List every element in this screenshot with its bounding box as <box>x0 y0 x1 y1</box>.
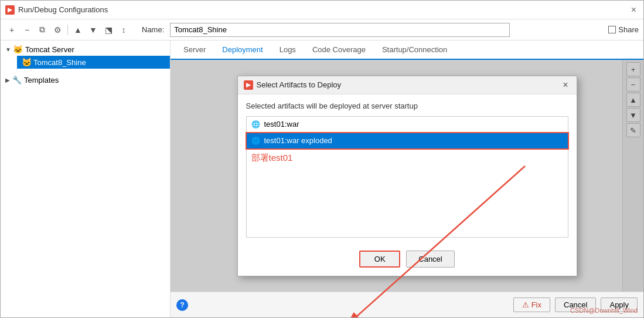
artifact-exploded-label: test01:war exploded <box>264 136 332 145</box>
artifact-item-war[interactable]: 🌐 test01:war <box>247 117 568 132</box>
sidebar-item-tomcat-label: Tomcat Server <box>25 45 74 54</box>
artifact-list: 🌐 test01:war 🌐 test01:war exploded <box>246 116 568 238</box>
wrench-icon: 🔧 <box>12 75 22 84</box>
share-area: Share <box>608 25 639 34</box>
artifact-exploded-icon: 🌐 <box>251 136 261 146</box>
modal-overlay: ▶ Select Artifacts to Deploy × Selected … <box>171 60 643 292</box>
artifact-item-deploy[interactable]: 部署test01 <box>247 150 568 167</box>
artifact-war-icon: 🌐 <box>251 120 261 129</box>
window-close-button[interactable]: × <box>629 5 639 15</box>
name-label: Name: <box>142 25 164 34</box>
modal-ok-button[interactable]: OK <box>359 251 400 268</box>
tab-deployment[interactable]: Deployment <box>214 40 271 60</box>
sidebar-group-templates: ▶ 🔧 Templates <box>1 71 170 89</box>
tab-code-coverage[interactable]: Code Coverage <box>304 40 374 60</box>
templates-arrow-icon: ▶ <box>5 77 10 83</box>
watermark: CSDN@Downhill_Wind <box>570 307 638 314</box>
remove-config-button[interactable]: − <box>21 23 33 36</box>
tab-content: + − ▲ ▼ ✎ ▶ Select Artifacts to Deploy × <box>171 60 643 292</box>
sidebar-item-tomcat-server[interactable]: ▼ 🐱 Tomcat Server <box>1 43 170 56</box>
sidebar-item-tomcat8-label: Tomcat8_Shine <box>33 58 86 67</box>
move-up-button[interactable]: ▲ <box>71 23 84 36</box>
sort-button[interactable]: ↕ <box>117 23 130 36</box>
main-area: ▼ 🐱 Tomcat Server 🐱 Tomcat8_Shine ▶ 🔧 Te… <box>1 40 643 317</box>
select-artifacts-dialog: ▶ Select Artifacts to Deploy × Selected … <box>237 76 577 276</box>
fix-warning-icon: ⚠ <box>522 300 529 309</box>
modal-description: Selected artifacts will be deployed at s… <box>246 102 568 110</box>
share-label: Share <box>618 25 639 34</box>
move-to-button[interactable]: ⬔ <box>102 23 115 36</box>
help-button[interactable]: ? <box>176 299 188 311</box>
config-name-input[interactable] <box>170 23 510 37</box>
tab-logs[interactable]: Logs <box>271 40 304 60</box>
modal-app-icon: ▶ <box>244 80 253 90</box>
app-icon: ▶ <box>5 5 15 15</box>
artifact-deploy-label: 部署test01 <box>251 153 293 164</box>
artifact-list-spacer <box>247 167 568 237</box>
window-title: Run/Debug Configurations <box>18 5 629 14</box>
modal-title-bar: ▶ Select Artifacts to Deploy × <box>238 76 577 94</box>
expand-arrow-icon: ▼ <box>5 46 11 53</box>
modal-cancel-button[interactable]: Cancel <box>406 251 454 268</box>
add-config-button[interactable]: + <box>5 23 18 36</box>
title-bar: ▶ Run/Debug Configurations × <box>1 1 643 19</box>
tomcat-icon: 🐱 <box>13 45 23 54</box>
settings-button[interactable]: ⚙ <box>51 23 64 36</box>
toolbar-separator <box>67 25 68 35</box>
sidebar-group-tomcat: ▼ 🐱 Tomcat Server 🐱 Tomcat8_Shine <box>1 40 170 71</box>
modal-close-button[interactable]: × <box>560 80 570 90</box>
sidebar-item-tomcat8-shine[interactable]: 🐱 Tomcat8_Shine <box>17 56 170 69</box>
fix-button[interactable]: ⚠ Fix <box>513 297 550 312</box>
artifact-item-war-exploded[interactable]: 🌐 test01:war exploded <box>246 132 569 150</box>
tabs-bar: Server Deployment Logs Code Coverage Sta… <box>171 40 643 60</box>
modal-title: Select Artifacts to Deploy <box>257 80 561 89</box>
tomcat-child-icon: 🐱 <box>22 57 31 67</box>
sidebar-children-tomcat: 🐱 Tomcat8_Shine <box>1 56 170 69</box>
tab-startup-connection[interactable]: Startup/Connection <box>374 40 455 60</box>
sidebar: ▼ 🐱 Tomcat Server 🐱 Tomcat8_Shine ▶ 🔧 Te… <box>1 40 171 317</box>
tab-server[interactable]: Server <box>175 40 214 60</box>
sidebar-item-templates-label: Templates <box>24 76 59 84</box>
right-content: Server Deployment Logs Code Coverage Sta… <box>171 40 643 317</box>
artifact-war-label: test01:war <box>264 120 299 128</box>
main-window: ▶ Run/Debug Configurations × + − ⧉ ⚙ ▲ ▼… <box>0 0 644 318</box>
sidebar-item-templates[interactable]: ▶ 🔧 Templates <box>1 73 170 86</box>
toolbar: + − ⧉ ⚙ ▲ ▼ ⬔ ↕ Name: Share <box>1 19 643 40</box>
share-checkbox[interactable] <box>608 26 616 33</box>
fix-label: Fix <box>531 300 541 309</box>
modal-footer: OK Cancel <box>238 245 577 276</box>
modal-body: Selected artifacts will be deployed at s… <box>238 94 577 245</box>
move-down-button[interactable]: ▼ <box>87 23 100 36</box>
copy-config-button[interactable]: ⧉ <box>36 23 49 36</box>
